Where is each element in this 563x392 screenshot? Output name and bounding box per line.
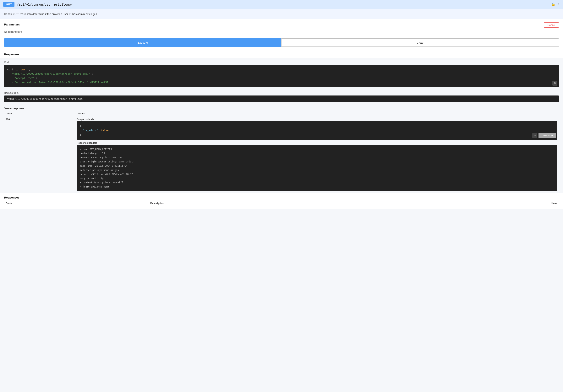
parameters-section: Parameters Cancel No parameters Execute … [0, 19, 563, 50]
response-body-block: { "is_admin": false } ⧉ Download [77, 121, 557, 139]
responses-heading: Responses [0, 50, 563, 58]
curl-copy-button[interactable]: ⧉ [552, 81, 557, 86]
curl-section: Curl curl -X 'GET' \ 'http://127.0.0.1:8… [0, 58, 563, 90]
bottom-description-header: Description [149, 201, 410, 206]
request-url-section: Request URL http://127.0.0.1:8000/api/v1… [0, 90, 563, 105]
api-section: GET /api/v1/common/user-privilege/ 🔒 ∧ H… [0, 0, 563, 209]
download-button[interactable]: Download [538, 133, 556, 138]
bottom-responses-section: Responses Code Description Links [0, 193, 563, 209]
api-description: Handle GET request to determine if the p… [0, 9, 563, 19]
response-headers-block: allow: GET,HEAD,OPTIONS content-length: … [77, 145, 557, 191]
no-params-text: No parameters [4, 29, 559, 37]
bottom-links-header: Links [410, 201, 559, 206]
copy-download-row: ⧉ Download [532, 133, 556, 138]
response-copy-button[interactable]: ⧉ [532, 133, 537, 138]
code-column-header: Code [4, 111, 75, 116]
bottom-responses-title: Responses [4, 196, 559, 199]
request-url-label: Request URL [4, 91, 559, 94]
clear-button[interactable]: Clear [281, 38, 559, 47]
response-row-200: 200 Response body { "is_admin": false } … [4, 116, 559, 193]
lock-icon[interactable]: 🔒 [551, 2, 555, 7]
response-code-200: 200 [4, 116, 75, 193]
server-response-section: Server response Code Details 200 Respons… [0, 105, 563, 193]
curl-text-1: curl -X 'GET' \ 'http://127.0.0.1:8000/a… [7, 68, 110, 84]
execute-button[interactable]: Execute [4, 38, 281, 47]
server-response-label: Server response [4, 107, 559, 110]
api-header: GET /api/v1/common/user-privilege/ 🔒 ∧ [0, 0, 563, 9]
response-headers-label: Response headers [77, 142, 557, 144]
request-url-box: http://127.0.0.1:8000/api/v1/common/user… [4, 96, 559, 102]
response-body-text: { "is_admin": false } [80, 125, 109, 136]
cancel-button[interactable]: Cancel [544, 22, 559, 28]
curl-code-block: curl -X 'GET' \ 'http://127.0.0.1:8000/a… [4, 65, 559, 87]
details-column-header: Details [75, 111, 559, 116]
response-details-200: Response body { "is_admin": false } ⧉ Do… [75, 116, 559, 193]
parameters-header: Parameters Cancel [4, 22, 559, 28]
api-header-right: 🔒 ∧ [551, 2, 560, 7]
response-table: Code Details 200 Response body { "is_adm… [4, 111, 559, 193]
api-path: /api/v1/common/user-privilege/ [17, 3, 73, 6]
collapse-icon[interactable]: ∧ [557, 2, 560, 7]
description-text: Handle GET request to determine if the p… [4, 13, 98, 16]
bottom-code-header: Code [4, 201, 149, 206]
parameters-title: Parameters [4, 23, 20, 27]
curl-label: Curl [4, 61, 559, 64]
api-header-left: GET /api/v1/common/user-privilege/ [3, 2, 73, 7]
execute-row: Execute Clear [4, 38, 559, 47]
bottom-responses-table: Code Description Links [4, 201, 559, 206]
response-body-label: Response body [77, 118, 557, 121]
method-badge: GET [3, 2, 14, 7]
